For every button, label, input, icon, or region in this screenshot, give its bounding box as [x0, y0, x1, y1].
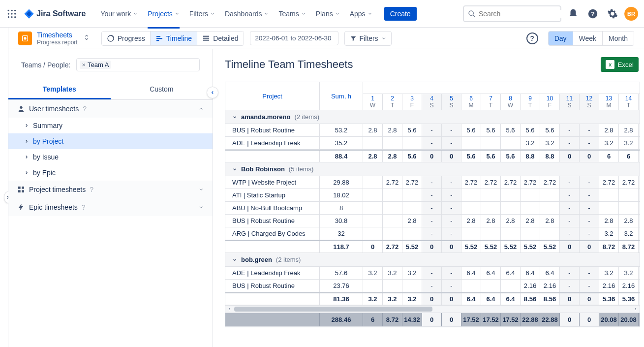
nav-item-filters[interactable]: Filters — [185, 7, 219, 21]
project-cell[interactable]: ADE | Leadership Freak — [225, 137, 320, 149]
tree-item-summary[interactable]: Summary — [8, 118, 213, 133]
cell: - — [560, 137, 580, 149]
collapse-icon[interactable] — [232, 167, 237, 172]
cell: 3.2 — [619, 227, 639, 240]
mode-timeline[interactable]: Timeline — [151, 32, 197, 45]
day-header[interactable]: 7T — [481, 94, 501, 110]
tree-item-by-project[interactable]: by Project — [8, 133, 213, 149]
mode-progress[interactable]: Progress — [102, 32, 151, 45]
day-header[interactable]: 8W — [501, 94, 521, 110]
group-header[interactable]: bob.green(2 items) — [225, 253, 640, 267]
nav-item-projects[interactable]: Projects — [144, 7, 184, 21]
cell: 2.8 — [599, 215, 619, 227]
granularity-week[interactable]: Week — [573, 32, 603, 45]
help-hint-icon[interactable]: ? — [83, 105, 87, 113]
header-sum[interactable]: Sum, h — [320, 82, 363, 110]
cell: 6.4 — [501, 293, 521, 305]
panel-title: Timeline Team Timesheets — [225, 58, 353, 71]
mode-detailed[interactable]: Detailed — [197, 32, 243, 45]
project-cell[interactable]: ABU | No-Bull Bootcamp — [225, 202, 320, 214]
cell — [481, 137, 501, 149]
search-input[interactable] — [479, 10, 565, 18]
group-header[interactable]: Bob Robinson(5 items) — [225, 162, 640, 176]
granularity-day[interactable]: Day — [549, 32, 573, 45]
day-header[interactable]: 2T — [383, 94, 402, 110]
nav-item-your-work[interactable]: Your work — [96, 7, 142, 21]
project-cell[interactable]: BUS | Robust Routine — [225, 124, 320, 136]
cell: 2.8 — [619, 215, 639, 227]
cell: 5.36 — [599, 293, 619, 305]
jira-logo[interactable]: Jira Software — [24, 8, 86, 19]
tree-item-by-issue[interactable]: by Issue — [8, 149, 213, 165]
day-header[interactable]: 11S — [560, 94, 580, 110]
help-icon[interactable]: ? — [585, 6, 601, 22]
notifications-icon[interactable] — [565, 6, 581, 22]
svg-rect-24 — [22, 187, 24, 189]
tab-templates[interactable]: Templates — [8, 80, 111, 99]
export-excel-button[interactable]: x Excel — [601, 57, 639, 72]
group-total-row: 81.363.23.23.2006.46.46.48.568.56005.365… — [225, 292, 640, 305]
day-header[interactable]: 13M — [599, 94, 619, 110]
report-dropdown[interactable] — [83, 33, 91, 43]
scroll-right-icon[interactable] — [634, 307, 638, 311]
chevron-down-icon — [175, 11, 180, 16]
day-header[interactable]: 3F — [402, 94, 422, 110]
collapse-icon[interactable] — [232, 115, 237, 120]
sidebar-collapse[interactable] — [207, 87, 218, 98]
help-button[interactable]: ? — [526, 32, 538, 44]
project-cell[interactable]: BUS | Robust Routine — [225, 215, 320, 227]
collapse-icon[interactable] — [232, 257, 237, 262]
nav-item-dashboards[interactable]: Dashboards — [221, 7, 273, 21]
cell: 5.36 — [619, 293, 639, 305]
date-range-input[interactable] — [250, 31, 338, 45]
cell: 8.56 — [521, 293, 540, 305]
user-avatar[interactable]: BR — [624, 7, 638, 21]
horizontal-scrollbar[interactable] — [225, 305, 640, 313]
granularity-month[interactable]: Month — [603, 32, 634, 45]
section-epic-timesheets[interactable]: Epic timesheets ? — [8, 198, 213, 216]
day-header[interactable]: 5S — [442, 94, 461, 110]
nav-item-teams[interactable]: Teams — [275, 7, 309, 21]
project-cell[interactable]: ATI | Static Startup — [225, 189, 320, 201]
help-hint-icon[interactable]: ? — [90, 186, 93, 193]
nav-item-apps[interactable]: Apps — [346, 7, 376, 21]
cell: 0 — [442, 151, 461, 162]
cell: 5.52 — [461, 241, 481, 252]
scroll-left-icon[interactable] — [227, 307, 231, 311]
day-header[interactable]: 9T — [521, 94, 540, 110]
tab-custom[interactable]: Custom — [111, 80, 213, 99]
settings-icon[interactable] — [605, 6, 620, 22]
search-box[interactable] — [463, 5, 561, 22]
help-hint-icon[interactable]: ? — [82, 203, 86, 211]
svg-point-1 — [11, 9, 12, 11]
day-header[interactable]: 10F — [540, 94, 560, 110]
cell: 3.2 — [383, 267, 402, 279]
project-cell[interactable]: ADE | Leadership Freak — [225, 267, 320, 279]
cell: 0 — [422, 313, 442, 326]
cell — [363, 137, 383, 149]
app-switcher-icon[interactable] — [6, 8, 18, 20]
cell: 6.4 — [481, 267, 501, 279]
cell — [402, 280, 422, 292]
nav-item-plans[interactable]: Plans — [312, 7, 344, 21]
filters-button[interactable]: Filters — [344, 31, 392, 46]
day-header[interactable]: 4S — [422, 94, 442, 110]
chip-remove-icon[interactable]: × — [82, 61, 86, 68]
group-header[interactable]: amanda.moreno(2 items) — [225, 110, 640, 124]
day-header[interactable]: 12S — [580, 94, 599, 110]
header-project[interactable]: Project — [225, 82, 320, 110]
create-button[interactable]: Create — [384, 7, 417, 21]
project-cell[interactable]: WTP | Website Project — [225, 176, 320, 189]
svg-rect-16 — [156, 36, 160, 37]
section-project-timesheets[interactable]: Project timesheets ? — [8, 181, 213, 198]
cell — [363, 227, 383, 240]
project-cell[interactable]: ARG | Charged By Codes — [225, 227, 320, 240]
day-header[interactable]: 1W — [363, 94, 383, 110]
day-header[interactable]: 6M — [461, 94, 481, 110]
cell — [461, 202, 481, 214]
people-input[interactable]: × Team A — [76, 58, 200, 71]
section-user-timesheets[interactable]: User timesheets ? — [8, 100, 213, 118]
project-cell[interactable]: BUS | Robust Routine — [225, 280, 320, 292]
tree-item-by-epic[interactable]: by Epic — [8, 165, 213, 181]
day-header[interactable]: 14T — [619, 94, 639, 110]
